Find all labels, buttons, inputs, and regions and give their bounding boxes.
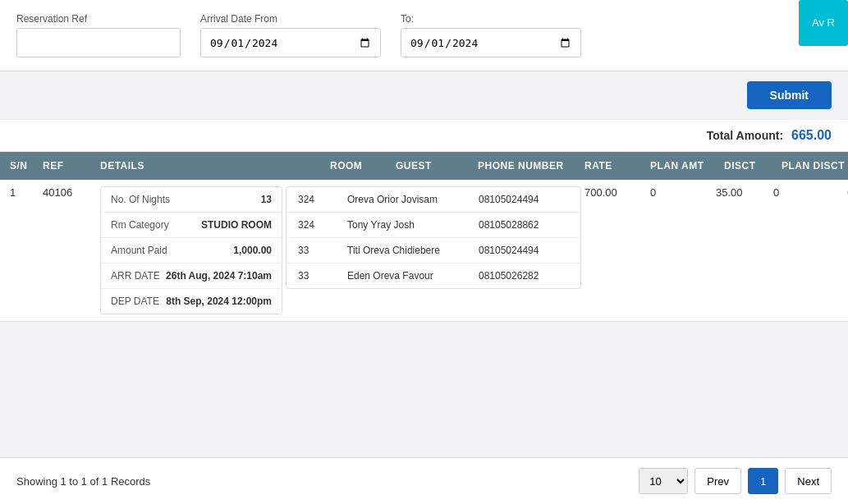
detail-key: ARR DATE [111, 270, 160, 282]
submit-button[interactable]: Submit [747, 81, 832, 109]
col-rate: RATE [581, 160, 647, 172]
to-group: To: [401, 13, 581, 57]
guest-phone: 08105026282 [475, 270, 581, 282]
detail-val: 26th Aug, 2024 7:10am [166, 270, 272, 282]
guest-name: Oreva Orior Jovisam [344, 194, 475, 205]
detail-row: ARR DATE26th Aug, 2024 7:10am [101, 263, 282, 289]
guest-phone: 08105024494 [475, 194, 581, 205]
detail-row: Amount Paid1,000.00 [101, 238, 282, 263]
col-disct: DISCT [721, 160, 778, 172]
to-label: To: [401, 13, 581, 25]
reservation-ref-label: Reservation Ref [16, 13, 181, 25]
detail-val: STUDIO ROOM [201, 219, 272, 231]
guest-row: 33Eden Oreva Favour08105026282 [286, 263, 580, 288]
guest-row: 324Oreva Orior Jovisam08105024494 [286, 187, 580, 213]
col-plan-amt: PLAN AMT [647, 160, 721, 172]
guest-room: 33 [295, 245, 344, 256]
action-bar: Submit [0, 71, 848, 119]
detail-row: Rm CategorySTUDIO ROOM [101, 213, 282, 238]
table-row: 140106No. Of Nights13Rm CategorySTUDIO R… [0, 180, 848, 322]
cell-ref: 40106 [39, 186, 97, 199]
cell-total: 665.00 [844, 186, 848, 199]
detail-row: No. Of Nights13 [101, 187, 282, 213]
guests-card: 324Oreva Orior Jovisam08105024494324Tony… [286, 186, 581, 289]
cell-plan-disct: 0 [770, 186, 844, 199]
arrival-from-label: Arrival Date From [200, 13, 381, 25]
cell-disct: 35.00 [713, 186, 770, 199]
guest-row: 33Titi Oreva Chidiebere08105024494 [286, 238, 580, 263]
detail-key: Rm Category [111, 219, 169, 231]
table-body: 140106No. Of Nights13Rm CategorySTUDIO R… [0, 180, 848, 322]
guests-wrapper: 324Oreva Orior Jovisam08105024494324Tony… [286, 186, 581, 289]
guest-name: Titi Oreva Chidiebere [344, 245, 475, 256]
cell-details: No. Of Nights13Rm CategorySTUDIO ROOMAmo… [97, 186, 286, 314]
guest-name: Eden Oreva Favour [344, 270, 475, 282]
detail-key: DEP DATE [111, 296, 159, 307]
cell-plan-amt: 0 [647, 186, 713, 199]
guest-room: 324 [295, 194, 344, 205]
arrival-from-group: Arrival Date From [200, 13, 381, 57]
detail-row: DEP DATE8th Sep, 2024 12:00pm [101, 289, 282, 314]
guest-room: 33 [295, 270, 344, 282]
cell-rate: 700.00 [581, 186, 647, 199]
guest-name: Tony Yray Josh [344, 219, 475, 231]
cell-sn: 1 [7, 186, 39, 199]
reservation-ref-group: Reservation Ref [16, 13, 181, 57]
av-r-button[interactable]: Av R [799, 0, 848, 46]
total-amount-value: 665.00 [791, 128, 832, 143]
to-input[interactable] [401, 28, 581, 57]
total-amount-label: Total Amount: [707, 129, 783, 142]
col-plan-disct: PLAN DISCT [778, 160, 848, 172]
arrival-from-input[interactable] [200, 28, 381, 57]
guest-row: 324Tony Yray Josh08105028862 [286, 213, 580, 238]
col-sn: S/N [7, 160, 39, 172]
col-room: ROOM [327, 160, 392, 172]
col-guest: GUEST [392, 160, 474, 172]
guest-room: 324 [295, 219, 344, 231]
detail-val: 13 [261, 194, 272, 205]
col-details: DETAILS [97, 160, 327, 172]
total-amount-bar: Total Amount: 665.00 [0, 119, 848, 152]
guest-phone: 08105028862 [475, 219, 581, 231]
detail-val: 1,000.00 [233, 245, 272, 256]
reservation-ref-input[interactable] [16, 28, 181, 57]
col-ref: REF [39, 160, 97, 172]
col-phone: PHONE NUMBER [474, 160, 581, 172]
table-header: S/N REF DETAILS ROOM GUEST PHONE NUMBER … [0, 152, 848, 180]
filter-bar: Reservation Ref Arrival Date From To: Av… [0, 0, 848, 71]
detail-key: No. Of Nights [111, 194, 170, 205]
detail-key: Amount Paid [111, 245, 167, 256]
detail-val: 8th Sep, 2024 12:00pm [166, 296, 272, 307]
guest-phone: 08105024494 [475, 245, 581, 256]
